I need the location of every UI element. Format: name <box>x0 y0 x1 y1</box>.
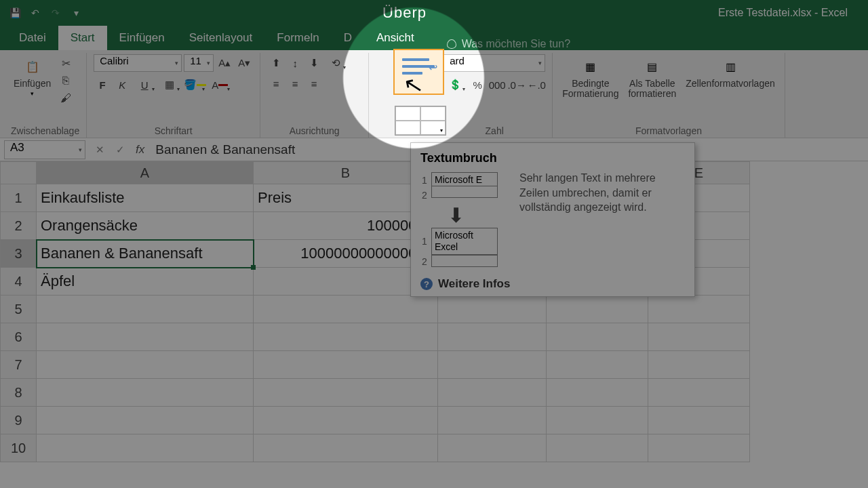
shrink-font-icon[interactable]: A▾ <box>235 54 253 72</box>
bulb-icon <box>447 39 456 49</box>
tab-datei[interactable]: Datei <box>7 26 58 50</box>
fill-color-icon[interactable]: 🪣 <box>183 76 206 94</box>
row-header[interactable]: 1 <box>0 184 37 212</box>
cell[interactable] <box>254 434 438 462</box>
tab-einfuegen[interactable]: Einfügen <box>107 26 177 50</box>
cell[interactable] <box>648 434 750 462</box>
cell[interactable] <box>438 379 547 407</box>
cell[interactable] <box>547 323 648 351</box>
row-header[interactable]: 2 <box>0 212 37 240</box>
borders-icon[interactable]: ▦ <box>158 76 181 94</box>
comma-icon[interactable]: 000 <box>488 76 506 94</box>
increase-decimal-icon[interactable]: .0→ <box>508 76 526 94</box>
tooltip: Textumbruch 1 2 Microsoft E ⬇ 1 2 Micros… <box>410 142 695 297</box>
qat-customize-icon[interactable]: ▾ <box>68 5 84 21</box>
enter-icon[interactable]: ✓ <box>110 140 130 159</box>
align-right-icon[interactable]: ≡ <box>305 75 323 92</box>
align-left-icon[interactable]: ≡ <box>267 75 285 92</box>
italic-button[interactable]: K <box>113 76 131 94</box>
tab-seitenlayout[interactable]: Seitenlayout <box>177 26 265 50</box>
percent-icon[interactable]: % <box>469 76 486 94</box>
tell-me-search[interactable]: Was möchten Sie tun? <box>447 38 570 50</box>
cell[interactable] <box>254 379 438 407</box>
cell[interactable] <box>438 407 547 434</box>
undo-icon[interactable]: ↶ <box>27 5 43 21</box>
align-center-icon[interactable]: ≡ <box>286 75 304 92</box>
save-icon[interactable]: 💾 <box>7 5 23 21</box>
align-bottom-icon[interactable]: ⬇ <box>305 54 323 72</box>
cell[interactable] <box>254 407 438 434</box>
orientation-icon[interactable]: ⟲ <box>324 54 347 72</box>
cell[interactable] <box>547 407 648 434</box>
tooltip-more-link[interactable]: Weitere Infos <box>438 277 510 291</box>
fx-icon[interactable]: fx <box>136 143 144 157</box>
cell[interactable]: Einkaufsliste <box>37 184 254 212</box>
row-header[interactable]: 4 <box>0 268 37 296</box>
group-label-clipboard: Zwischenablage <box>11 123 79 138</box>
cell[interactable] <box>37 323 254 351</box>
cell[interactable] <box>37 379 254 407</box>
cell[interactable] <box>254 351 438 379</box>
cell[interactable] <box>438 434 547 462</box>
column-header[interactable]: A <box>37 161 254 184</box>
cell[interactable] <box>37 351 254 379</box>
select-all-corner[interactable] <box>0 161 37 184</box>
fill-handle[interactable] <box>251 265 256 270</box>
cell[interactable] <box>648 351 750 379</box>
format-painter-icon[interactable]: 🖌 <box>58 91 74 106</box>
format-as-table-button[interactable]: ▤ Als Tabelle formatieren <box>625 54 679 101</box>
cell[interactable] <box>254 296 438 323</box>
cell-styles-button[interactable]: ▥ Zellenformatvorlagen <box>683 54 778 90</box>
conditional-formatting-button[interactable]: ▦ Bedingte Formatierung <box>559 54 621 101</box>
cell[interactable] <box>547 351 648 379</box>
font-color-icon[interactable]: A <box>208 76 231 94</box>
underline-button[interactable]: U <box>133 76 156 94</box>
cell[interactable] <box>438 296 547 323</box>
row-header[interactable]: 8 <box>0 379 37 407</box>
redo-icon: ↷ <box>47 5 64 21</box>
merge-cells-button[interactable]: ▾ <box>395 106 446 136</box>
align-middle-icon[interactable]: ↕ <box>286 54 304 72</box>
tooltip-illustration: 1 2 Microsoft E ⬇ 1 2 MicrosoftExcel <box>420 171 509 269</box>
cell[interactable] <box>648 379 750 407</box>
tab-start[interactable]: Start <box>58 26 107 50</box>
font-name-select[interactable]: Calibri▾ <box>94 54 182 72</box>
row-header[interactable]: 3 <box>0 240 37 268</box>
tab-ansicht[interactable]: Ansicht <box>364 26 427 50</box>
font-size-select[interactable]: 11▾ <box>184 54 214 72</box>
copy-icon[interactable]: ⎘ <box>58 73 74 88</box>
cell[interactable] <box>648 296 750 323</box>
tab-hidden[interactable]: D <box>332 26 364 50</box>
cell[interactable]: Orangensäcke <box>37 212 254 240</box>
decrease-decimal-icon[interactable]: ←.0 <box>528 76 545 94</box>
group-label-alignment: Ausrichtung <box>267 123 361 138</box>
cell[interactable] <box>37 434 254 462</box>
cell[interactable] <box>547 379 648 407</box>
row-header[interactable]: 9 <box>0 407 37 434</box>
row-header[interactable]: 6 <box>0 323 37 351</box>
cell[interactable]: Bananen & Bananensaft <box>37 240 254 268</box>
row-header[interactable]: 7 <box>0 351 37 379</box>
accounting-icon[interactable]: 💲 <box>443 76 467 94</box>
paste-button[interactable]: 📋 Einfügen ▾ <box>11 54 54 98</box>
cell[interactable] <box>648 323 750 351</box>
number-format-select[interactable]: ard▾ <box>443 54 545 72</box>
tab-formeln[interactable]: Formeln <box>264 26 331 50</box>
cell[interactable] <box>37 407 254 434</box>
bold-button[interactable]: F <box>94 76 111 94</box>
cut-icon[interactable]: ✂ <box>58 56 74 70</box>
cancel-icon[interactable]: ✕ <box>90 140 110 159</box>
cell[interactable] <box>547 296 648 323</box>
name-box[interactable]: A3▾ <box>4 140 85 159</box>
cell[interactable] <box>254 323 438 351</box>
align-top-icon[interactable]: ⬆ <box>267 54 285 72</box>
cell[interactable] <box>648 407 750 434</box>
cell[interactable] <box>438 323 547 351</box>
cell[interactable] <box>547 434 648 462</box>
cell[interactable] <box>37 296 254 323</box>
grow-font-icon[interactable]: A▴ <box>216 54 233 72</box>
row-header[interactable]: 10 <box>0 434 37 462</box>
row-header[interactable]: 5 <box>0 296 37 323</box>
cell[interactable]: Äpfel <box>37 268 254 296</box>
cell[interactable] <box>438 351 547 379</box>
